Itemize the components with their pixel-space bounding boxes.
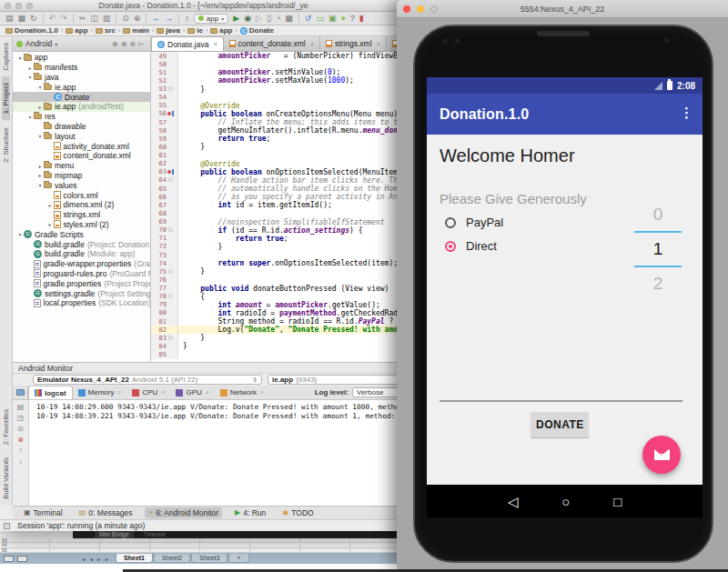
tree-arrow-icon[interactable]: ▸ <box>36 163 44 169</box>
tree-arrow-icon[interactable]: ▸ <box>26 65 34 71</box>
tree-arrow-icon[interactable]: ▸ <box>36 104 44 110</box>
tree-arrow-icon[interactable]: ▸ <box>46 221 54 227</box>
toolwindow-quick-access-icon[interactable] <box>4 523 10 529</box>
tree-item[interactable]: content_donate.xml <box>13 151 150 161</box>
filter-config-icon[interactable]: ⊙ <box>17 426 24 433</box>
toolwindow-6-android-monitor[interactable]: +6: Android Monitor <box>145 507 222 518</box>
debug-icon[interactable]: ◉ <box>244 15 251 23</box>
tree-item[interactable]: activity_donate.xml <box>13 141 150 151</box>
editor-tab-strings-xml[interactable]: strings.xml× <box>320 36 387 51</box>
editor-tab-content_donate-xml[interactable]: content_donate.xml× <box>224 36 320 51</box>
stop-icon[interactable]: ▮ <box>359 15 364 23</box>
mini-bridge-tab[interactable]: Mini Bridge <box>95 530 134 538</box>
timeline-tab[interactable]: Timeline <box>139 530 170 538</box>
capture-icon[interactable]: ▩ <box>285 15 293 23</box>
tree-item[interactable]: ▾java <box>13 73 150 83</box>
avd-manager-icon[interactable]: ▭ <box>316 15 324 23</box>
tree-item[interactable]: ▾layout <box>13 131 150 141</box>
settings-icon[interactable]: ⊛ <box>129 40 138 48</box>
editor-tab-donate-java[interactable]: CDonate.java× <box>151 36 224 51</box>
scroll-up-icon[interactable]: ↑ <box>19 447 23 455</box>
strip-item-2-structure[interactable]: 2: Structure <box>2 121 10 169</box>
tree-item[interactable]: ▾Gradle Scripts <box>13 229 150 239</box>
tree-arrow-icon[interactable]: ▾ <box>16 231 24 237</box>
filter-icon[interactable]: ⊗ <box>112 40 121 48</box>
toolwindow-todo[interactable]: ◉TODO <box>278 507 317 518</box>
project-view-selector[interactable]: Android <box>25 39 52 48</box>
replace-icon[interactable]: ⊕ <box>134 15 141 23</box>
tree-item[interactable]: strings.xml <box>13 210 150 220</box>
radio-button-icon[interactable] <box>445 241 456 252</box>
sheet-tab-sheet3[interactable]: Sheet3 <box>191 554 228 563</box>
expand-collapse-icon[interactable]: ↕ <box>185 15 189 23</box>
tree-item[interactable]: proguard-rules.pro(ProGuard Rules for ap… <box>13 269 150 279</box>
tree-item[interactable]: ▸styles.xml (2) <box>13 220 150 230</box>
tree-item[interactable]: gradle.properties(Project Properties) <box>13 278 150 288</box>
tree-item[interactable]: drawable <box>13 122 150 132</box>
radio-button-icon[interactable] <box>445 217 456 228</box>
help-icon[interactable]: ? <box>350 15 355 23</box>
strip-item-captures[interactable]: Captures <box>2 36 10 76</box>
tree-item[interactable]: ▸mipmap <box>13 171 150 181</box>
picker-value[interactable]: 0 <box>634 198 682 231</box>
breadcrumb-item[interactable]: app <box>210 26 232 35</box>
picker-value[interactable]: 1 <box>634 233 682 266</box>
android-device-icon[interactable]: ● <box>340 15 345 23</box>
breadcrumb-item[interactable]: Donation.1.0 <box>5 26 58 35</box>
tree-item[interactable]: ▸manifests <box>13 63 150 73</box>
tree-arrow-icon[interactable]: ▾ <box>26 114 34 120</box>
tree-item[interactable]: settings.gradle(Project Settings) <box>13 288 150 298</box>
email-fab[interactable] <box>642 436 681 474</box>
tree-arrow-icon[interactable]: ▾ <box>16 55 24 61</box>
expand-icon[interactable]: ⊕ <box>121 40 130 48</box>
close-icon[interactable]: × <box>377 40 381 48</box>
strip-item-2-favorites[interactable]: 2: Favorites <box>2 403 10 451</box>
tree-arrow-icon[interactable]: ▾ <box>36 133 44 139</box>
tree-item[interactable]: Donate <box>13 92 150 102</box>
breadcrumb-item[interactable]: src <box>96 26 116 35</box>
export-icon[interactable]: ◳ <box>17 415 25 422</box>
toolwindow-terminal[interactable]: ▣Terminal <box>20 507 66 518</box>
scroll-down-icon[interactable]: ↓ <box>19 458 23 466</box>
overflow-menu-icon[interactable]: ⋮ <box>680 105 693 121</box>
forward-icon[interactable]: → <box>165 15 173 23</box>
sheet-nav-buttons[interactable]: ◂ ◂ ▸ ▸ <box>82 556 110 562</box>
tree-item[interactable]: ▸dimens.xml (2) <box>13 200 150 210</box>
sync-icon[interactable]: ↻ <box>30 15 37 23</box>
home-icon[interactable]: ○ <box>561 495 570 508</box>
monitor-tab-cpu[interactable]: CPU↗ <box>126 386 170 399</box>
tree-item[interactable]: ▾app <box>13 53 150 63</box>
monitor-tab-logcat[interactable]: logcat <box>28 386 73 399</box>
override-marker-icon[interactable] <box>167 112 171 115</box>
donate-button[interactable]: DONATE <box>531 412 589 437</box>
find-icon[interactable]: ⊙ <box>122 15 129 23</box>
recents-icon[interactable]: □ <box>613 495 622 508</box>
view-normal-button[interactable] <box>4 556 14 562</box>
strip-item-1-project[interactable]: 1: Project <box>2 76 10 120</box>
back-icon[interactable]: ← <box>152 15 160 23</box>
breadcrumb-item[interactable]: main <box>123 26 149 35</box>
picker-value[interactable]: 2 <box>634 267 682 300</box>
attach-debugger-icon[interactable]: ▷ <box>256 15 262 23</box>
dock-icon[interactable]: ⊢ <box>138 40 147 48</box>
view-layout-button[interactable] <box>17 556 27 562</box>
tree-item[interactable]: gradle-wrapper.properties(Gradle Version… <box>13 259 150 269</box>
cut-icon[interactable]: ✂ <box>79 15 86 23</box>
gradle-sync-icon[interactable]: ↺ <box>305 15 312 23</box>
tree-item[interactable]: ▾ie.app <box>13 82 150 92</box>
tree-item[interactable]: build.gradle(Module: app) <box>13 249 150 259</box>
breadcrumb-item[interactable]: CDonate <box>240 26 274 35</box>
open-project-icon[interactable]: ▤ <box>5 15 14 23</box>
close-icon[interactable]: × <box>213 40 217 48</box>
tree-arrow-icon[interactable]: ▾ <box>26 74 34 80</box>
stop-icon[interactable]: ⊗ <box>17 437 24 444</box>
sheet-tab-sheet1[interactable]: Sheet1 <box>116 554 153 563</box>
device-monitor-icon[interactable]: ▯ <box>267 15 271 23</box>
override-marker-icon[interactable] <box>167 170 171 174</box>
amount-picker[interactable]: 012 <box>634 198 682 300</box>
tree-item[interactable]: local.properties(SDK Location) <box>13 298 150 308</box>
strip-item-build-variants[interactable]: Build Variants <box>2 451 10 506</box>
sheet-tab--[interactable]: + <box>228 554 248 563</box>
tree-item[interactable]: ▾values <box>13 180 150 190</box>
sheet-tab-sheet2[interactable]: Sheet2 <box>154 554 190 563</box>
